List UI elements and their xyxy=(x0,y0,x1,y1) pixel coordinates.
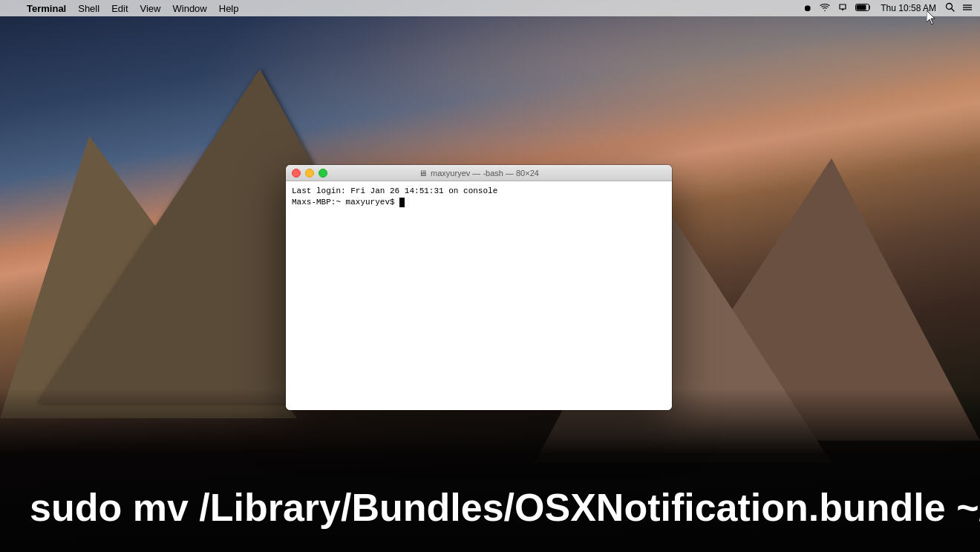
maximize-button[interactable] xyxy=(318,169,327,178)
help-menu[interactable]: Help xyxy=(213,0,245,16)
last-login-line: Last login: Fri Jan 26 14:51:31 on conso… xyxy=(292,186,666,197)
prompt-line: Maxs-MBP:~ maxyuryev$ xyxy=(292,197,666,208)
traffic-lights xyxy=(292,169,327,178)
window-menu[interactable]: Window xyxy=(167,0,213,16)
menubar-left: Terminal Shell Edit View Window Help xyxy=(6,0,245,16)
bottom-command-text: sudo mv /Library/Bundles/OSXNotification… xyxy=(0,485,980,530)
svg-line-3 xyxy=(952,9,955,12)
svg-rect-1 xyxy=(857,4,866,10)
shell-menu[interactable]: Shell xyxy=(72,0,105,16)
spotlight-icon[interactable] xyxy=(944,2,956,14)
wifi-icon[interactable] xyxy=(818,3,832,14)
menubar: Terminal Shell Edit View Window Help ⏺ xyxy=(0,0,980,16)
terminal-content[interactable]: Last login: Fri Jan 26 14:51:31 on conso… xyxy=(286,181,672,410)
app-name-menu[interactable]: Terminal xyxy=(21,0,72,16)
edit-menu[interactable]: Edit xyxy=(105,0,134,16)
airplay-icon[interactable] xyxy=(836,3,849,14)
minimize-button[interactable] xyxy=(305,169,314,178)
battery-icon xyxy=(854,3,873,14)
record-icon: ⏺ xyxy=(802,3,814,13)
terminal-app-icon: 🖥 xyxy=(419,169,427,178)
menubar-right: ⏺ Thu 10:58 AM xyxy=(802,2,974,14)
notification-center-icon[interactable] xyxy=(961,3,974,14)
apple-menu[interactable] xyxy=(6,0,21,16)
terminal-titlebar: 🖥 maxyuryev — -bash — 80×24 xyxy=(286,165,672,181)
terminal-window[interactable]: 🖥 maxyuryev — -bash — 80×24 Last login: … xyxy=(286,165,672,410)
terminal-cursor xyxy=(399,198,405,207)
clock: Thu 10:58 AM xyxy=(878,3,939,13)
terminal-title: 🖥 maxyuryev — -bash — 80×24 xyxy=(419,169,539,178)
view-menu[interactable]: View xyxy=(134,0,167,16)
close-button[interactable] xyxy=(292,169,301,178)
